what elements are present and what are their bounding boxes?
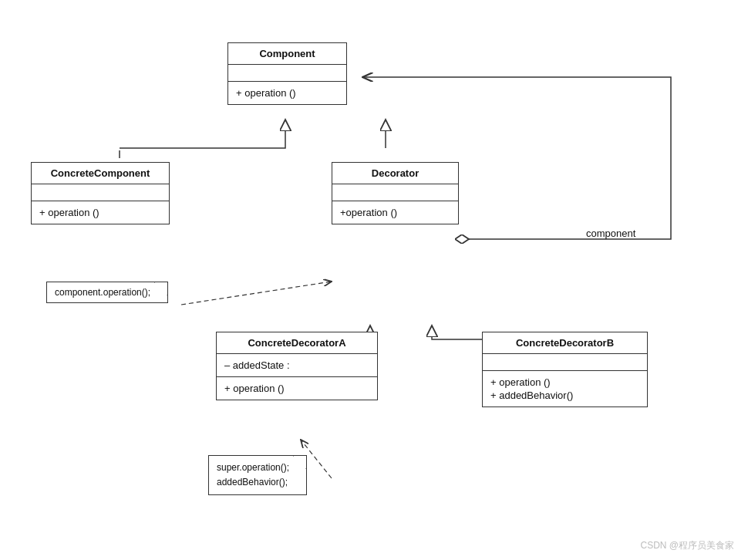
concrete-decorator-b-methods: + operation () + addedBehavior() bbox=[483, 371, 647, 407]
decorator-methods: +operation () bbox=[332, 201, 458, 224]
concrete-decorator-a-operation: + operation () bbox=[224, 382, 369, 395]
note2-line1: super.operation(); bbox=[217, 460, 289, 475]
concrete-decorator-b-class: ConcreteDecoratorB + operation () + adde… bbox=[482, 332, 648, 407]
concrete-component-methods: + operation () bbox=[32, 201, 169, 224]
watermark: CSDN @程序员美食家 bbox=[640, 539, 734, 552]
component-label: component bbox=[586, 228, 635, 239]
concrete-decorator-a-class: ConcreteDecoratorA – addedState : + oper… bbox=[216, 332, 378, 400]
concrete-component-class: ConcreteComponent + operation () bbox=[31, 162, 170, 224]
component-class-name: Component bbox=[228, 43, 346, 65]
concrete-decorator-a-state: – addedState : bbox=[224, 359, 369, 372]
concrete-component-attrs bbox=[32, 184, 169, 201]
concrete-decorator-b-behavior: + addedBehavior() bbox=[490, 389, 639, 402]
concrete-decorator-b-operation: + operation () bbox=[490, 376, 639, 389]
note2-line2: addedBehavior(); bbox=[217, 475, 289, 490]
decorator-class: Decorator +operation () bbox=[332, 162, 459, 224]
concrete-decorator-a-attrs: – addedState : bbox=[217, 354, 377, 377]
concrete-decorator-b-attrs bbox=[483, 354, 647, 371]
diagram-container: Component + operation () ConcreteCompone… bbox=[0, 0, 748, 560]
note-added-behavior: super.operation(); addedBehavior(); bbox=[208, 455, 307, 495]
component-class: Component + operation () bbox=[227, 42, 347, 105]
decorator-operation: +operation () bbox=[340, 206, 450, 219]
component-operation: + operation () bbox=[236, 86, 339, 100]
decorator-class-name: Decorator bbox=[332, 163, 458, 184]
svg-line-1 bbox=[181, 282, 332, 305]
component-methods: + operation () bbox=[228, 82, 346, 104]
concrete-decorator-a-name: ConcreteDecoratorA bbox=[217, 332, 377, 354]
note1-text: component.operation(); bbox=[55, 287, 150, 298]
component-attrs bbox=[228, 65, 346, 82]
note-component-operation: component.operation(); bbox=[46, 282, 168, 303]
concrete-component-name: ConcreteComponent bbox=[32, 163, 169, 184]
decorator-attrs bbox=[332, 184, 458, 201]
concrete-decorator-a-methods: + operation () bbox=[217, 377, 377, 400]
diagram-svg bbox=[0, 0, 748, 560]
concrete-decorator-b-name: ConcreteDecoratorB bbox=[483, 332, 647, 354]
concrete-component-operation: + operation () bbox=[39, 206, 161, 219]
